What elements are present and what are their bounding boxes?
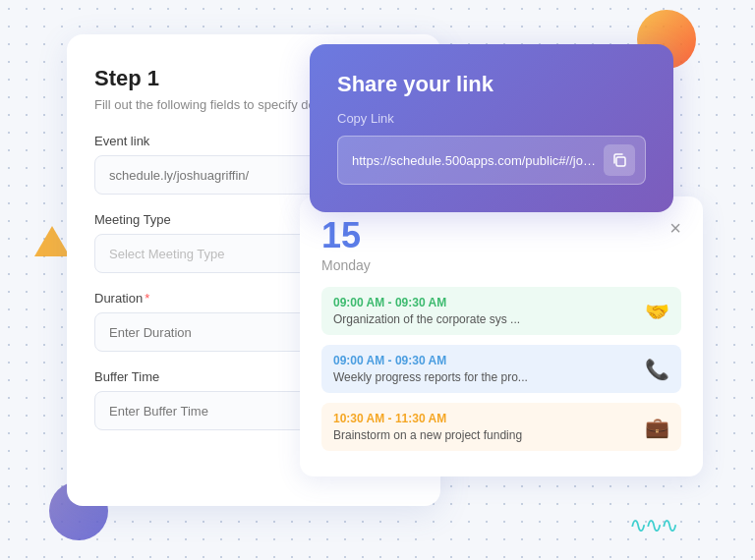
briefcase-icon: 💼 <box>645 416 669 439</box>
event-item: 09:00 AM - 09:30 AM Organization of the … <box>321 287 681 335</box>
event-details: 09:00 AM - 09:30 AM Weekly progress repo… <box>333 354 528 384</box>
duration-required-star: * <box>145 291 149 306</box>
copy-link-row: https://schedule.500apps.com/public#//jo… <box>337 136 646 185</box>
orange-triangle-decoration <box>34 226 70 256</box>
share-popup-title: Share your link <box>337 72 646 97</box>
copy-link-url: https://schedule.500apps.com/public#//jo… <box>352 153 596 168</box>
event-time: 09:00 AM - 09:30 AM <box>333 296 520 309</box>
calendar-panel: 15 Monday × 09:00 AM - 09:30 AM Organiza… <box>300 196 703 476</box>
copy-link-button[interactable] <box>604 144 635 176</box>
event-title: Organization of the corporate sys ... <box>333 312 520 326</box>
share-popup: Share your link Copy Link https://schedu… <box>310 44 673 212</box>
phone-icon: 📞 <box>645 358 669 381</box>
event-time: 10:30 AM - 11:30 AM <box>333 412 522 425</box>
event-time: 09:00 AM - 09:30 AM <box>333 354 528 367</box>
calendar-close-button[interactable]: × <box>669 218 681 238</box>
event-item: 09:00 AM - 09:30 AM Weekly progress repo… <box>321 345 681 393</box>
calendar-day-name: Monday <box>321 257 371 273</box>
event-title: Brainstorm on a new project funding <box>333 428 522 442</box>
copy-link-label: Copy Link <box>337 111 646 126</box>
calendar-day-number: 15 <box>321 218 371 253</box>
copy-icon <box>611 152 627 168</box>
event-details: 10:30 AM - 11:30 AM Brainstorm on a new … <box>333 412 522 442</box>
handshake-icon: 🤝 <box>645 300 669 323</box>
calendar-day-info: 15 Monday <box>321 218 371 273</box>
event-details: 09:00 AM - 09:30 AM Organization of the … <box>333 296 520 326</box>
svg-rect-0 <box>616 157 625 166</box>
event-item: 10:30 AM - 11:30 AM Brainstorm on a new … <box>321 403 681 451</box>
calendar-header: 15 Monday × <box>321 218 681 273</box>
teal-wave-decoration: ∿∿∿ <box>629 513 676 538</box>
event-title: Weekly progress reports for the pro... <box>333 370 528 384</box>
